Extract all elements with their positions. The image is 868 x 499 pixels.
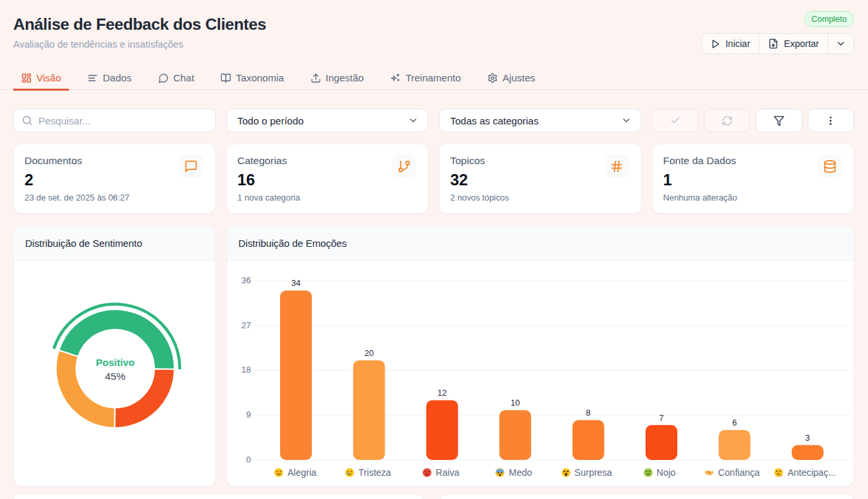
svg-text:3: 3 [805,433,810,443]
svg-text:8: 8 [586,408,591,418]
svg-text:0: 0 [246,455,251,465]
svg-text:7: 7 [659,414,664,423]
svg-text:34: 34 [291,279,301,288]
svg-text:36: 36 [242,275,251,285]
svg-text:18: 18 [242,365,251,375]
svg-text:6: 6 [732,418,737,428]
svg-text:27: 27 [242,320,251,330]
svg-text:12: 12 [438,388,447,398]
svg-text:20: 20 [364,349,373,358]
svg-text:10: 10 [510,398,520,408]
svg-text:9: 9 [246,410,251,420]
